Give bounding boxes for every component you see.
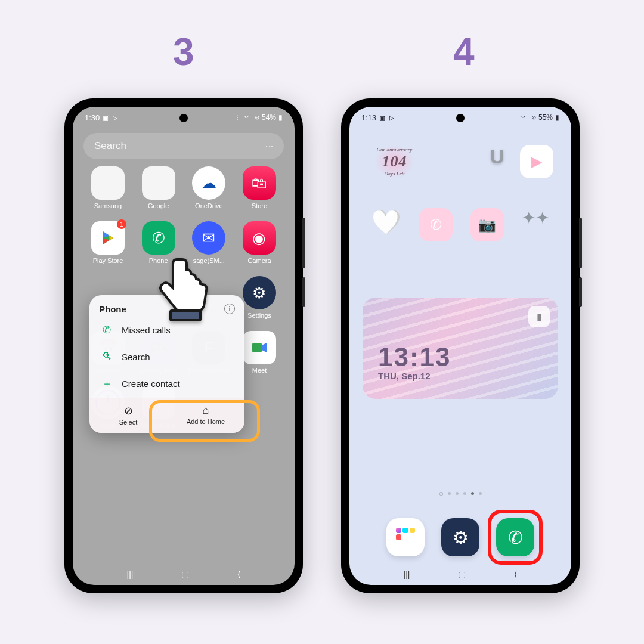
app-samsung-folder[interactable]: Samsung (85, 166, 131, 209)
popup-item-label: Missed calls (122, 325, 171, 335)
nav-bar: ||| ▢ ⟨ (349, 569, 571, 579)
plus-icon: ＋ (100, 377, 113, 391)
battery-widget-icon: ▮ (528, 306, 550, 327)
popup-item-label: Create contact (122, 379, 180, 389)
step-label-3: 3 (173, 30, 194, 74)
app-camera[interactable]: ◉ Camera (236, 221, 283, 264)
battery-icon: ▮ (555, 113, 559, 122)
nav-back[interactable]: ⟨ (237, 569, 240, 579)
play-store-badge: 1 (117, 219, 126, 229)
heart-icon[interactable]: 🤍 (371, 208, 401, 242)
clock-widget[interactable]: ▮ 13:13 THU, Sep.12 (363, 298, 558, 399)
clock-time: 13:13 (378, 342, 451, 372)
app-context-popup: Phone i ✆ Missed calls 🔍︎ Search ＋ Creat… (89, 295, 244, 433)
dock-settings[interactable]: ⚙ (441, 518, 479, 556)
stars-icon[interactable]: ✦✦ (522, 208, 549, 242)
popup-btn-label: Add to Home (187, 418, 225, 425)
dock: ⚙ ✆ (349, 518, 571, 556)
app-label: sage(SM... (193, 257, 225, 264)
camera-shortcut[interactable]: 📷 (470, 208, 504, 242)
search-icon: 🔍︎ (100, 351, 113, 363)
battery-percent: 55% (538, 113, 553, 122)
status-bar: 1:30 ▣ ▷ ⋮ ᯤ ⊘ 54% ▮ (73, 107, 295, 128)
popup-add-to-home-button[interactable]: ⌂ Add to Home (167, 398, 244, 433)
power-button (302, 277, 305, 307)
nav-recent[interactable]: ||| (127, 569, 134, 579)
status-right-icons: ⋮ ᯤ ⊘ (236, 113, 259, 122)
dock-phone[interactable]: ✆ (496, 518, 534, 556)
app-label: Camera (247, 257, 271, 264)
search-more-icon[interactable]: ⋮ (265, 143, 274, 150)
app-onedrive[interactable]: ☁ OneDrive (185, 166, 232, 209)
popup-item-search[interactable]: 🔍︎ Search (89, 343, 244, 370)
app-label: Settings (247, 312, 271, 319)
app-phone[interactable]: ✆ Phone (135, 221, 182, 264)
nav-home[interactable]: ▢ (181, 569, 189, 579)
battery-percent: 54% (262, 113, 276, 122)
battery-icon: ▮ (278, 113, 283, 122)
app-messages[interactable]: ✉ sage(SM... (185, 221, 232, 264)
svg-marker-3 (110, 236, 113, 240)
status-left-icons: ▣ ▷ (103, 113, 117, 122)
popup-item-create-contact[interactable]: ＋ Create contact (89, 370, 244, 398)
volume-button (302, 218, 305, 268)
nav-home[interactable]: ▢ (458, 569, 466, 579)
app-play-store[interactable]: 1 Play Store (85, 221, 131, 264)
screen-home: 1:13 ▣ ▷ ᯤ ⊘ 55% ▮ Our anniversary 104 D… (349, 107, 571, 585)
app-label: Play Store (93, 257, 123, 264)
status-right-icons: ᯤ ⊘ (521, 113, 536, 122)
popup-btn-label: Select (119, 419, 138, 426)
status-time: 1:13 (361, 113, 376, 122)
search-bar[interactable]: Search ⋮ (83, 133, 284, 159)
app-label: Meet (252, 367, 267, 374)
home-plus-icon: ⌂ (203, 404, 209, 417)
popup-title: Phone (99, 304, 126, 314)
popup-item-missed-calls[interactable]: ✆ Missed calls (89, 317, 244, 343)
app-label: Phone (149, 257, 168, 264)
step-label-4: 4 (453, 30, 475, 74)
popup-select-button[interactable]: ⊘ Select (89, 398, 167, 433)
page-indicator[interactable] (349, 492, 571, 496)
youtube-icon[interactable]: ▶ (520, 145, 553, 178)
volume-button (579, 218, 582, 268)
status-time: 1:30 (85, 113, 100, 122)
dock-widgetclub[interactable] (386, 518, 425, 556)
clock-date: THU, Sep.12 (378, 371, 451, 381)
svg-marker-5 (262, 343, 267, 352)
search-placeholder: Search (94, 140, 126, 152)
app-label: OneDrive (195, 202, 222, 209)
popup-item-label: Search (122, 352, 150, 362)
svg-rect-4 (252, 343, 262, 352)
app-google-folder[interactable]: Google (135, 166, 182, 209)
nav-recent[interactable]: ||| (404, 569, 410, 579)
app-label: Samsung (94, 202, 122, 209)
app-label: Store (252, 202, 267, 209)
phone-step4: 1:13 ▣ ▷ ᯤ ⊘ 55% ▮ Our anniversary 104 D… (341, 98, 580, 593)
status-bar: 1:13 ▣ ▷ ᯤ ⊘ 55% ▮ (349, 107, 571, 128)
phone-missed-icon: ✆ (100, 324, 113, 336)
status-left-icons: ▣ ▷ (380, 113, 394, 122)
phone-shortcut[interactable]: ✆ (419, 208, 453, 242)
screen-app-drawer: 1:30 ▣ ▷ ⋮ ᯤ ⊘ 54% ▮ Search ⋮ Samsung (73, 107, 295, 585)
u-icon[interactable]: U (490, 145, 504, 178)
info-icon[interactable]: i (224, 304, 235, 314)
check-circle-icon: ⊘ (124, 404, 133, 417)
app-store[interactable]: 🛍 Store (236, 166, 283, 209)
nav-bar: ||| ▢ ⟨ (73, 569, 295, 579)
nav-back[interactable]: ⟨ (514, 569, 517, 579)
app-label: Google (148, 202, 169, 209)
phone-step3: 1:30 ▣ ▷ ⋮ ᯤ ⊘ 54% ▮ Search ⋮ Samsung (64, 98, 303, 593)
power-button (579, 277, 582, 307)
